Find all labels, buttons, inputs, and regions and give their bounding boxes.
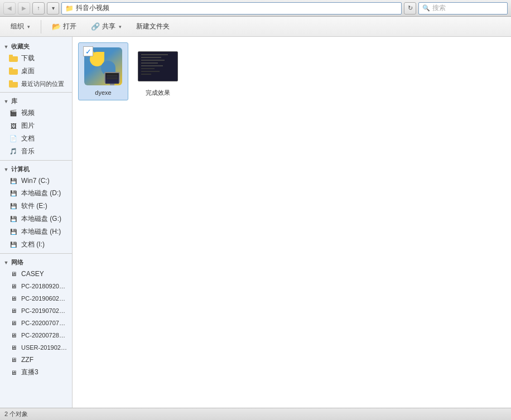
- open-button[interactable]: 📂 打开: [46, 19, 83, 35]
- computer-pc5-icon: 🖥: [9, 331, 18, 340]
- sidebar-divider-2: [0, 160, 72, 161]
- sidebar-item-music[interactable]: 🎵 音乐: [0, 145, 72, 158]
- sidebar-item-user1[interactable]: 🖥 USER-20190220OC: [0, 341, 72, 354]
- organize-arrow: ▾: [27, 24, 30, 30]
- sidebar-divider-3: [0, 253, 72, 254]
- organize-button[interactable]: 组织 ▾: [4, 19, 36, 35]
- sidebar-item-drive-i[interactable]: 💾 文档 (I:): [0, 238, 72, 251]
- sidebar-item-drive-e[interactable]: 💾 软件 (E:): [0, 200, 72, 213]
- share-arrow: ▾: [119, 24, 122, 30]
- file-label-dyexe: dyexe: [95, 89, 111, 96]
- music-icon: 🎵: [9, 147, 18, 156]
- content-area: ✓: [73, 37, 511, 408]
- computer-header: ▼ 计算机: [0, 163, 72, 175]
- toolbar: 组织 ▾ 📂 打开 🔗 共享 ▾ 新建文件夹: [0, 17, 511, 37]
- share-label: 共享: [102, 22, 115, 31]
- toolbar-separator-1: [41, 20, 41, 33]
- sidebar-item-pc5[interactable]: 🖥 PC-20200728KTZJ: [0, 329, 72, 341]
- favorites-header: ▼ 收藏夹: [0, 40, 72, 52]
- address-path: 📁 抖音小视频: [65, 3, 109, 13]
- disk-e-icon: 💾: [9, 202, 18, 211]
- computer-toggle[interactable]: ▼: [3, 167, 9, 172]
- address-icon: 📁: [65, 4, 74, 12]
- disk-d-icon: 💾: [9, 189, 18, 198]
- sidebar-item-pc3[interactable]: 🖥 PC-20190702HDTC: [0, 305, 72, 317]
- favorites-toggle[interactable]: ▼: [3, 44, 9, 50]
- forward-button[interactable]: ▶: [18, 2, 30, 15]
- up-button[interactable]: ↑: [32, 2, 45, 15]
- open-icon: 📂: [52, 22, 61, 31]
- title-bar: ◀ ▶ ↑ ▾ 📁 抖音小视频 ↻ 🔍 搜索: [0, 0, 511, 17]
- sidebar: ▼ 收藏夹 下载 桌面 最近访问的位置 ▼ 库 �: [0, 37, 73, 408]
- documents-icon: 📄: [9, 134, 18, 143]
- library-toggle[interactable]: ▼: [3, 99, 9, 104]
- sidebar-item-downloads[interactable]: 下载: [0, 52, 72, 65]
- sidebar-item-drive-g[interactable]: 💾 本地磁盘 (G:): [0, 213, 72, 225]
- address-text: 抖音小视频: [76, 3, 109, 13]
- screenshot-preview: [138, 51, 178, 81]
- share-icon: 🔗: [91, 22, 100, 31]
- sidebar-item-drive-h[interactable]: 💾 本地磁盘 (H:): [0, 225, 72, 238]
- new-folder-button[interactable]: 新建文件夹: [130, 19, 176, 35]
- sidebar-item-video[interactable]: 🎬 视频: [0, 107, 72, 119]
- computer-pc4-icon: 🖥: [9, 318, 18, 327]
- computer-casey-icon: 🖥: [9, 269, 18, 278]
- address-bar[interactable]: 📁 抖音小视频: [61, 2, 402, 15]
- monitor-stand: [110, 84, 114, 85]
- sidebar-item-casey[interactable]: 🖥 CASEY: [0, 268, 72, 280]
- open-label: 打开: [63, 22, 76, 31]
- pictures-icon: 🖼: [9, 122, 18, 131]
- network-toggle[interactable]: ▼: [3, 260, 9, 265]
- sidebar-item-desktop[interactable]: 桌面: [0, 65, 72, 78]
- organize-label: 组织: [11, 22, 24, 31]
- sidebar-section-computer: ▼ 计算机 💾 Win7 (C:) 💾 本地磁盘 (D:) 💾 软件 (E:) …: [0, 163, 72, 251]
- status-item-count: 2 个对象: [4, 410, 28, 418]
- new-folder-label: 新建文件夹: [136, 22, 170, 31]
- checkbox-overlay: ✓: [83, 46, 93, 56]
- sidebar-item-pc2[interactable]: 🖥 PC-20190602CEHC: [0, 292, 72, 305]
- computer-pc2-icon: 🖥: [9, 294, 18, 303]
- back-button[interactable]: ◀: [3, 2, 16, 15]
- disk-h-icon: 💾: [9, 228, 18, 236]
- status-bar: 2 个对象: [0, 408, 511, 420]
- folder-icon: [9, 67, 18, 76]
- search-bar[interactable]: 🔍 搜索: [418, 2, 508, 15]
- folder-icon: [9, 54, 18, 63]
- disk-g-icon: 💾: [9, 215, 18, 224]
- recent-button[interactable]: ▾: [47, 2, 59, 15]
- file-icon-complete: [138, 46, 178, 86]
- file-item-dyexe[interactable]: ✓: [78, 42, 128, 100]
- computer-user1-icon: 🖥: [9, 343, 18, 352]
- computer-pc3-icon: 🖥: [9, 306, 18, 315]
- sidebar-item-zzf[interactable]: 🖥 ZZF: [0, 354, 72, 366]
- file-label-complete: 完成效果: [146, 89, 170, 96]
- sidebar-item-drive-c[interactable]: 💾 Win7 (C:): [0, 175, 72, 187]
- sidebar-item-pictures[interactable]: 🖼 图片: [0, 119, 72, 132]
- disk-c-icon: 💾: [9, 176, 18, 185]
- computer-zzf-icon: 🖥: [9, 355, 18, 364]
- computer-pc1-icon: 🖥: [9, 282, 18, 291]
- sidebar-divider-1: [0, 92, 72, 93]
- share-button[interactable]: 🔗 共享 ▾: [85, 19, 128, 35]
- folder-icon: [9, 79, 18, 88]
- sidebar-item-documents[interactable]: 📄 文档: [0, 132, 72, 145]
- sidebar-item-pc4[interactable]: 🖥 PC-20200707YQBC: [0, 317, 72, 329]
- sidebar-item-recent[interactable]: 最近访问的位置: [0, 78, 72, 90]
- sidebar-item-drive-d[interactable]: 💾 本地磁盘 (D:): [0, 187, 72, 200]
- computer-live3-icon: 🖥: [9, 368, 18, 377]
- file-icon-dyexe: ✓: [83, 46, 123, 86]
- sidebar-item-pc1[interactable]: 🖥 PC-20180920ZTHC: [0, 280, 72, 292]
- sidebar-section-library: ▼ 库 🎬 视频 🖼 图片 📄 文档 🎵 音乐: [0, 95, 72, 158]
- main-layout: ▼ 收藏夹 下载 桌面 最近访问的位置 ▼ 库 �: [0, 37, 511, 408]
- monitor-small: [104, 72, 120, 83]
- sidebar-section-network: ▼ 网络 🖥 CASEY 🖥 PC-20180920ZTHC 🖥 PC-2019…: [0, 256, 72, 379]
- refresh-button[interactable]: ↻: [404, 2, 416, 15]
- network-header: ▼ 网络: [0, 256, 72, 268]
- sidebar-item-live3[interactable]: 🖥 直播3: [0, 366, 72, 379]
- sidebar-section-favorites: ▼ 收藏夹 下载 桌面 最近访问的位置: [0, 40, 72, 90]
- file-item-complete[interactable]: 完成效果: [133, 42, 183, 100]
- library-header: ▼ 库: [0, 95, 72, 107]
- disk-i-icon: 💾: [9, 240, 18, 249]
- search-placeholder: 搜索: [432, 3, 446, 13]
- video-icon: 🎬: [9, 109, 18, 118]
